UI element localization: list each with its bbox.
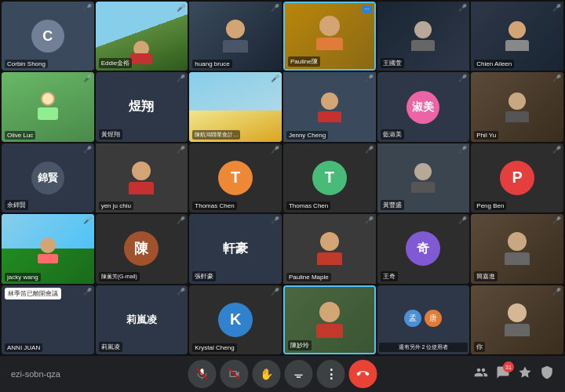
mic-icon: 🎤 bbox=[271, 216, 279, 224]
tile-name: 陳薫芳(G-mail) bbox=[99, 272, 140, 281]
app-container: C Corbin Shong 🎤 Eddie金裕 🎤 huang bruce 🎤 bbox=[0, 0, 565, 392]
host-controls-button[interactable] bbox=[540, 365, 554, 383]
mic-icon: 🎤 bbox=[177, 216, 185, 224]
activities-button[interactable] bbox=[518, 365, 532, 383]
tile-other-users: 孟 唐 還有另外 2 位使用者 bbox=[377, 285, 470, 354]
tile-anni-juan: 林季笛已離開會議 ANNI JUAN 🎤 bbox=[2, 285, 94, 354]
video-grid: C Corbin Shong 🎤 Eddie金裕 🎤 huang bruce 🎤 bbox=[0, 0, 565, 356]
tile-krystal-cheng: K Krystal Cheng 🎤 bbox=[189, 285, 282, 354]
tile-chen-miaolin: 陳妙玲 bbox=[283, 285, 376, 354]
tile-name: Peng Ben bbox=[474, 201, 506, 210]
tile-name: Thomas Chen bbox=[192, 201, 236, 210]
tile-chien-aileen: Chien Aileen 🎤 bbox=[471, 2, 563, 71]
tile-name: Corbin Shong bbox=[5, 60, 48, 68]
mic-icon: 🎤 bbox=[365, 216, 374, 224]
mic-icon: 🎤 bbox=[177, 4, 185, 12]
mic-icon: 🎤 bbox=[365, 146, 374, 154]
tile-name: 王國萱 bbox=[381, 58, 404, 68]
mic-icon: 🎤 bbox=[458, 74, 467, 82]
tile-name: 余錦賢 bbox=[5, 200, 28, 210]
hand-raise-button[interactable]: ✋ bbox=[253, 360, 281, 388]
tile-eddie: Eddie金裕 🎤 bbox=[96, 2, 188, 71]
toolbar-center-buttons: ✋ ⋮ bbox=[188, 360, 377, 388]
tile-jenny-cheng: Jenny Cheng 🎤 bbox=[283, 72, 376, 141]
tile-thomas-chen-2: T Thomas Chen 🎤 bbox=[283, 143, 376, 212]
tile-olive-luc: Olive Luc 🎤 bbox=[2, 72, 94, 141]
tile-peng-ben: P Peng Ben 🎤 bbox=[471, 143, 563, 212]
tooltip-left-meeting: 林季笛已離開會議 bbox=[5, 288, 61, 299]
mic-icon: 🎤 bbox=[83, 288, 92, 296]
mic-icon: 🎤 bbox=[83, 216, 92, 224]
tile-li-lanling: 莉嵐凌 莉嵐凌 🎤 bbox=[96, 285, 188, 354]
tile-name: 還有另外 2 位使用者 bbox=[379, 343, 468, 352]
tile-name: jacky wang bbox=[5, 273, 41, 281]
chat-badge: 31 bbox=[503, 361, 514, 372]
tile-lan-shumei: 淑美 藍淑美 🎤 bbox=[377, 72, 470, 141]
tile-yen-ju-chiu: yen ju chiu 🎤 bbox=[96, 143, 188, 212]
tile-name: Jenny Cheng bbox=[286, 131, 328, 140]
tile-name: 陳妙玲 bbox=[288, 340, 312, 350]
tile-name: yen ju chiu bbox=[99, 201, 133, 210]
tile-huang-bruce: huang bruce 🎤 bbox=[189, 2, 282, 71]
camera-button[interactable] bbox=[221, 360, 249, 388]
tile-name: ANNI JUAN bbox=[5, 343, 42, 352]
tile-name: 莉嵐凌 bbox=[99, 342, 122, 352]
tile-name: 陳航鴻聯業食計... bbox=[192, 130, 240, 140]
tile-name: Pauline陳 bbox=[288, 56, 320, 67]
mic-icon: 🎤 bbox=[83, 74, 92, 82]
tile-name: 王奇 bbox=[381, 271, 398, 281]
mic-icon: 🎤 bbox=[177, 288, 185, 296]
mic-icon: 🎤 bbox=[458, 4, 467, 12]
mic-icon: 🎤 bbox=[458, 146, 467, 154]
present-button[interactable] bbox=[285, 360, 313, 388]
mic-icon: 🎤 bbox=[271, 74, 279, 82]
tile-name: Krystal Cheng bbox=[192, 343, 236, 352]
toolbar: ezi-sobn-qza ✋ bbox=[0, 356, 565, 392]
tile-wang-qi: 奇 王奇 🎤 bbox=[377, 214, 470, 283]
tile-phil-yu: Phil Yu 🎤 bbox=[471, 72, 563, 141]
tile-name: huang bruce bbox=[192, 60, 231, 68]
tile-pauline-chen: ⋯ Pauline陳 bbox=[283, 2, 376, 71]
mic-icon: 🎤 bbox=[552, 288, 561, 296]
tile-name: Phil Yu bbox=[474, 131, 498, 140]
mic-icon: 🎤 bbox=[458, 216, 467, 224]
tile-huang-fengsheng: 黃豐盛 🎤 bbox=[377, 143, 470, 212]
tile-name: Olive Luc bbox=[5, 131, 35, 140]
tile-chen-xunfang: 陳 陳薫芳(G-mail) 🎤 bbox=[96, 214, 188, 283]
tile-corbin-shong: C Corbin Shong 🎤 bbox=[2, 2, 94, 71]
tile-pauline-maple: Pauline Maple 🎤 bbox=[283, 214, 376, 283]
mic-icon: 🎤 bbox=[552, 74, 561, 82]
mic-icon: 🎤 bbox=[552, 4, 561, 12]
tile-name: Eddie金裕 bbox=[99, 58, 132, 68]
activities-icon bbox=[518, 365, 532, 379]
mic-icon: 🎤 bbox=[271, 146, 279, 154]
mic-icon: 🎤 bbox=[365, 74, 374, 82]
tile-yu-jinxian: 錦賢 余錦賢 🎤 bbox=[2, 143, 94, 212]
people-icon bbox=[474, 365, 488, 379]
people-button[interactable] bbox=[474, 365, 488, 383]
tile-jacky-wang: jacky wang 🎤 bbox=[2, 214, 94, 283]
chat-button[interactable]: 31 bbox=[496, 365, 510, 383]
tile-name: Pauline Maple bbox=[286, 273, 331, 281]
mic-icon: 🎤 bbox=[177, 74, 185, 82]
tile-thomas-chen-1: T Thomas Chen 🎤 bbox=[189, 143, 282, 212]
tile-name: 黃煜翔 bbox=[99, 129, 122, 140]
shield-icon bbox=[540, 365, 554, 379]
mic-icon: 🎤 bbox=[83, 146, 92, 154]
tile-zhang-xuanhao: 軒豪 張軒豪 🎤 bbox=[189, 214, 282, 283]
more-options-button[interactable]: ⋮ bbox=[317, 360, 345, 388]
mic-icon: 🎤 bbox=[271, 4, 279, 12]
mic-icon: 🎤 bbox=[552, 216, 561, 224]
mic-icon: 🎤 bbox=[552, 146, 561, 154]
mic-icon: 🎤 bbox=[177, 146, 185, 154]
tile-name: 藍淑美 bbox=[381, 129, 404, 140]
mic-button[interactable] bbox=[188, 360, 217, 388]
tile-huang-yuxiang: 煜翔 黃煜翔 🎤 bbox=[96, 72, 188, 141]
end-call-button[interactable] bbox=[349, 360, 377, 388]
mic-icon: 🎤 bbox=[271, 288, 279, 296]
toolbar-right: 31 bbox=[474, 365, 554, 383]
tile-jian-jiajin: 簡嘉進 🎤 bbox=[471, 214, 563, 283]
tile-self: 你 🎤 bbox=[471, 285, 563, 354]
tile-name: 簡嘉進 bbox=[474, 271, 498, 281]
tile-name: 你 bbox=[474, 342, 485, 352]
